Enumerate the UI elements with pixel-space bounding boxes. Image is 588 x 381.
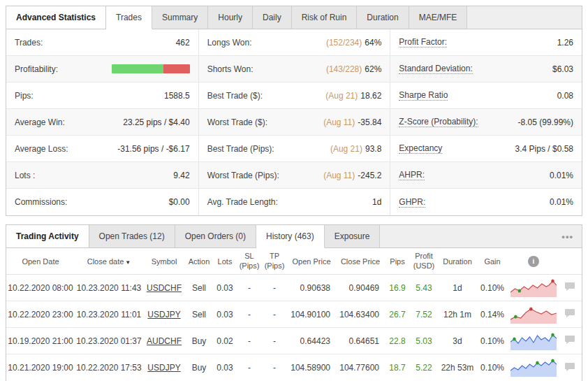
cell-duration: 22h 53m (438, 363, 477, 373)
stat-value: $0.00 (169, 197, 190, 207)
header-close-date-label: Close date (87, 257, 124, 266)
comment-icon[interactable] (564, 282, 575, 294)
stat-value: -8.05 (99.99%) (518, 117, 573, 127)
header-tp-line2: (Pips) (262, 261, 287, 271)
cell-lots: 0.02 (213, 336, 237, 346)
stat-value: (Aug 21)93.8 (330, 144, 381, 154)
panel-menu-button[interactable]: ••• (553, 231, 582, 242)
cell-duration: 12h 1m (438, 310, 477, 319)
stat-row-profit-factor: Profit Factor: 1.26 (390, 29, 582, 56)
stat-row-shorts-won: Shorts Won: (143/228)62% (199, 56, 390, 82)
symbol-link[interactable]: USDJPY (147, 310, 180, 319)
stat-row-trades: Trades: 462 (6, 29, 198, 56)
stat-row-ghpr: GHPR: 0.01% (390, 189, 582, 215)
cell-action: Sell (185, 310, 213, 319)
header-close-date[interactable]: Close date▼ (75, 257, 143, 266)
header-close-price: Close Price (336, 257, 385, 266)
stats-column-1: Trades: 462 Profitability: Pips: 1588.5 … (6, 29, 198, 215)
stat-label: Avg. Trade Length: (207, 197, 278, 207)
stat-main-value: 62% (365, 64, 381, 74)
stat-label: Longs Won: (207, 38, 252, 48)
tab-risk-of-ruin[interactable]: Risk of Ruin (292, 6, 358, 29)
tab-summary[interactable]: Summary (152, 6, 208, 29)
table-row: 10.22.2020 08:00 10.23.2020 11:43 USDCHF… (6, 275, 582, 301)
stat-label-tooltip[interactable]: AHPR: (399, 170, 425, 180)
stat-label-tooltip[interactable]: Z-Score (Probability): (399, 117, 478, 127)
cell-tp: - (262, 283, 287, 293)
header-chart-info: i (508, 256, 559, 267)
profitability-bar-green (112, 64, 163, 73)
cell-tp: - (262, 336, 287, 346)
stat-main-value: -35.84 (358, 117, 381, 127)
stat-row-worst-trade-usd: Worst Trade ($): (Aug 11)-35.84 (199, 109, 390, 136)
tab-open-trades[interactable]: Open Trades (12) (89, 225, 175, 247)
cell-tp: - (262, 363, 287, 373)
stat-label-tooltip[interactable]: Sharpe Ratio (399, 90, 448, 101)
cell-symbol: USDJPY (143, 310, 185, 319)
tab-duration[interactable]: Duration (357, 6, 409, 29)
stat-value: 1.26 (557, 38, 573, 48)
activity-panel-title: Trading Activity (6, 225, 89, 247)
history-table-header: Open Date Close date▼ Symbol Action Lots… (6, 248, 582, 275)
cell-close-price: 0.64651 (336, 336, 385, 346)
cell-gain: 0.14% (477, 310, 508, 319)
stat-main-value: 1d (372, 197, 381, 207)
header-pips: Pips (385, 257, 410, 266)
stat-value: 462 (176, 38, 190, 48)
stat-value: (Aug 11)-35.84 (323, 117, 381, 127)
stat-label-tooltip[interactable]: Profit Factor: (399, 37, 447, 48)
tab-hourly[interactable]: Hourly (208, 6, 253, 29)
cell-tp: - (262, 310, 287, 319)
stat-row-profitability: Profitability: (6, 56, 198, 82)
tab-mae-mfe[interactable]: MAE/MFE (409, 6, 468, 29)
stat-label: Average Loss: (15, 144, 68, 154)
stat-paren-value: (152/234) (326, 38, 362, 48)
symbol-link[interactable]: USDJPY (147, 363, 180, 373)
stat-paren-value: (Aug 21) (330, 144, 362, 154)
comment-icon[interactable] (564, 362, 575, 374)
stat-label-tooltip[interactable]: Standard Deviation: (399, 64, 472, 74)
cell-open-price: 0.90638 (287, 283, 336, 293)
header-action: Action (185, 257, 213, 266)
stats-grid: Trades: 462 Profitability: Pips: 1588.5 … (6, 29, 582, 215)
comment-icon[interactable] (564, 308, 575, 320)
tab-open-orders[interactable]: Open Orders (0) (175, 225, 256, 247)
stat-row-average-win: Average Win: 23.25 pips / $4.40 (6, 109, 198, 136)
stat-label-tooltip[interactable]: GHPR: (399, 197, 425, 208)
stat-main-value: 18.62 (360, 91, 381, 101)
symbol-link[interactable]: USDCHF (147, 283, 182, 293)
cell-open-price: 104.58900 (287, 363, 336, 373)
stat-label: Worst Trade (Pips): (207, 171, 279, 180)
cell-open-date: 10.22.2020 08:00 (6, 283, 75, 293)
cell-lots: 0.03 (213, 310, 237, 319)
stats-panel-title: Advanced Statistics (6, 6, 106, 29)
cell-action: Sell (185, 283, 213, 293)
cell-sl: - (237, 336, 262, 346)
cell-duration: 1d (438, 283, 477, 293)
tab-history[interactable]: History (463) (256, 225, 325, 248)
stat-row-best-trade-usd: Best Trade ($): (Aug 21)18.62 (199, 82, 390, 109)
cell-gain: 0.10% (477, 363, 508, 373)
trade-sparkline-red (510, 305, 557, 324)
symbol-link[interactable]: AUDCHF (147, 336, 182, 346)
stat-label: Best Trade ($): (207, 91, 263, 101)
tab-exposure[interactable]: Exposure (325, 225, 381, 247)
comment-icon[interactable] (564, 335, 575, 347)
info-icon[interactable]: i (528, 256, 539, 267)
cell-profit: 7.52 (410, 310, 438, 319)
tab-daily[interactable]: Daily (253, 6, 292, 29)
cell-open-date: 10.22.2020 23:00 (6, 310, 75, 319)
stat-value: 1d (369, 197, 381, 207)
stat-label-tooltip[interactable]: Expectancy (399, 143, 442, 154)
header-gain: Gain (477, 257, 508, 266)
stats-tabbar: Advanced Statistics Trades Summary Hourl… (6, 6, 582, 29)
header-duration: Duration (438, 257, 477, 266)
tab-trades[interactable]: Trades (106, 6, 152, 29)
cell-action: Buy (185, 363, 213, 373)
stat-row-ahpr: AHPR: 0.01% (390, 162, 582, 189)
cell-symbol: AUDCHF (143, 336, 185, 346)
sort-desc-icon: ▼ (125, 259, 131, 266)
page: Advanced Statistics Trades Summary Hourl… (0, 0, 588, 381)
stat-label: Pips: (15, 91, 34, 101)
cell-close-price: 0.90469 (336, 283, 385, 293)
